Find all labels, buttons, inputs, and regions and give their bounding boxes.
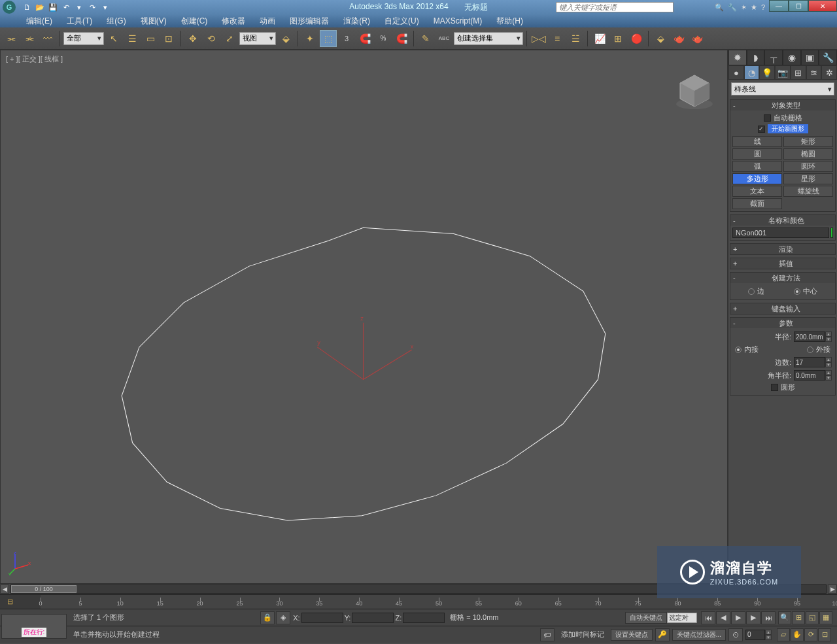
shape-circle-button[interactable]: 圆 [732,148,782,160]
orbit-icon[interactable]: ⟳ [804,628,817,641]
corner-radius-spinner[interactable]: ▲▼ [794,370,832,381]
cat-cameras-icon[interactable]: 📷 [775,65,791,80]
selection-filter-dropdown[interactable]: 全部 [63,32,104,45]
zoom-all-icon[interactable]: ⊞ [792,611,805,624]
menu-customize[interactable]: 自定义(U) [378,14,426,28]
schematic-icon[interactable]: ⊞ [609,30,626,47]
rollout-head-rendering[interactable]: +渲染 [730,244,835,254]
object-color-swatch[interactable] [830,228,833,238]
next-frame-icon[interactable]: ▶ [746,611,760,624]
pan-icon[interactable]: ✋ [791,628,804,641]
zoom-extents-icon[interactable]: ◱ [806,611,819,624]
tab-motion[interactable]: ◉ [783,50,801,65]
maxscript-mini-listener[interactable]: 所在行: [1,614,67,639]
menu-create[interactable]: 创建(C) [175,14,214,28]
key-mode-icon[interactable]: 🔑 [655,628,670,641]
shape-type-dropdown[interactable]: 样条线 [731,82,834,95]
rollout-head-interpolation[interactable]: +插值 [730,258,835,269]
new-icon[interactable]: 🗋 [21,2,33,12]
cat-spacewarps-icon[interactable]: ≋ [806,65,822,80]
undo-icon[interactable]: ↶ [60,2,72,12]
favorite-icon[interactable]: ★ [751,3,757,12]
ref-coord-dropdown[interactable]: 视图 [239,32,276,45]
fov-icon[interactable]: ▱ [777,628,790,641]
select-window-icon[interactable]: ⊡ [160,30,177,47]
shape-ellipse-button[interactable]: 椭圆 [783,148,833,160]
zoom-icon[interactable]: 🔍 [778,611,791,624]
angle-snap-icon[interactable]: 3 [338,30,355,47]
key-filters-dropdown-sel[interactable] [667,613,697,623]
cat-systems-icon[interactable]: ✲ [821,65,837,80]
rollout-head-parameters[interactable]: -参数 [730,318,835,328]
menu-grapheditors[interactable]: 图形编辑器 [283,14,335,28]
binoculars-icon[interactable]: 🔍 [715,3,724,12]
isolate-icon[interactable]: ◈ [276,611,290,624]
snap-toggle-icon[interactable]: ⬚ [320,30,337,47]
coord-x-input[interactable] [301,613,343,623]
cat-lights-icon[interactable]: 💡 [759,65,775,80]
menu-tools[interactable]: 工具(T) [60,14,99,28]
cat-helpers-icon[interactable]: ⊞ [791,65,806,80]
app-icon[interactable]: G [3,1,16,14]
time-config-icon[interactable]: ⏲ [728,628,743,641]
startnew-checkbox[interactable] [758,126,765,133]
maximize-button[interactable]: ☐ [789,0,808,12]
shape-rectangle-button[interactable]: 矩形 [783,136,833,147]
menu-edit[interactable]: 编辑(E) [20,14,59,28]
align-icon[interactable]: ≡ [549,30,566,47]
time-scroll-right[interactable]: ▶ [828,585,837,594]
redo-icon[interactable]: ↷ [86,2,98,12]
curve-editor-icon[interactable]: 📈 [591,30,608,47]
shape-ngon-button[interactable]: 多边形 [732,173,782,184]
menu-rendering[interactable]: 渲染(R) [337,14,377,28]
select-icon[interactable]: ↖ [105,30,122,47]
edge-radio[interactable] [748,288,755,295]
rollout-head-creation-method[interactable]: -创建方法 [730,273,835,283]
undo-drop-icon[interactable]: ▾ [73,2,85,12]
shape-line-button[interactable]: 线 [732,136,782,147]
add-time-tag[interactable]: 添加时间标记 [557,630,608,639]
tab-display[interactable]: ▣ [801,50,819,65]
rollout-head-keyboard-entry[interactable]: +键盘输入 [730,303,835,314]
minimize-button[interactable]: — [769,0,789,12]
goto-end-icon[interactable]: ⏭ [761,611,776,624]
lock-icon[interactable]: 🔒 [260,611,275,624]
sides-spinner[interactable]: ▲▼ [794,357,832,367]
goto-start-icon[interactable]: ⏮ [701,611,715,624]
setkey-button[interactable]: 设置关键点 [611,629,653,641]
tab-modify[interactable]: ◗ [747,50,765,65]
center-radio[interactable] [794,288,800,295]
cat-geometry-icon[interactable]: ● [728,65,744,80]
help-search-input[interactable] [556,2,674,12]
shape-section-button[interactable]: 截面 [732,198,782,209]
percent-snap-icon[interactable]: % [375,30,392,47]
rotate-icon[interactable]: ⟲ [203,30,220,47]
coord-z-input[interactable] [403,613,445,623]
open-icon[interactable]: 📂 [34,2,46,12]
key-icon[interactable]: 🔧 [728,3,737,12]
rollout-head-object-type[interactable]: -对象类型 [730,100,835,110]
menu-animation[interactable]: 动画 [253,14,282,28]
cat-shapes-icon[interactable]: ◔ [744,65,760,80]
menu-help[interactable]: 帮助(H) [490,14,530,28]
autogrid-checkbox[interactable] [764,114,771,122]
viewport[interactable]: [ + ][ 正交 ][ 线框 ] z x y z x y [0,50,728,584]
mirror-icon[interactable]: ▷◁ [530,30,547,47]
tab-utilities[interactable]: 🔧 [819,50,837,65]
circular-checkbox[interactable] [771,384,778,391]
exchange-icon[interactable]: ✶ [741,3,747,12]
time-slider-thumb[interactable]: 0 / 100 [11,585,77,593]
render-frame-icon[interactable]: 🫖 [670,30,687,47]
named-sel-abc-icon[interactable]: ABC [436,30,453,47]
redo-drop-icon[interactable]: ▾ [99,2,111,12]
play-icon[interactable]: ▶ [731,611,745,624]
menu-views[interactable]: 视图(V) [134,14,173,28]
manipulate-icon[interactable]: ✦ [301,30,318,47]
viewcube[interactable] [674,70,715,112]
shape-arc-button[interactable]: 弧 [732,161,782,172]
prev-frame-icon[interactable]: ◀ [716,611,730,624]
object-name-input[interactable] [732,228,829,238]
material-editor-icon[interactable]: 🔴 [628,30,645,47]
render-icon[interactable]: 🫖 [689,30,706,47]
max-toggle-icon[interactable]: ⊡ [818,628,831,641]
